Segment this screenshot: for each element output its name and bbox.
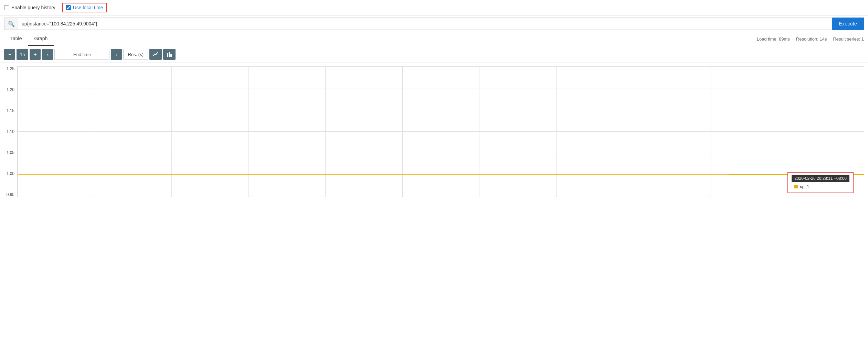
chart-area: 1.25 1.20 1.15 1.10 1.05 1.00 0.95 [0, 63, 868, 200]
controls-row: − 1h + ‹ › Res. (s) [0, 46, 868, 63]
svg-rect-1 [169, 52, 170, 57]
resolution-button[interactable]: Res. (s) [123, 49, 148, 60]
search-row: 🔍 Execute [0, 15, 868, 32]
svg-rect-0 [167, 53, 168, 57]
top-bar: Enable query history Use local time [0, 0, 868, 15]
line-chart-icon [152, 51, 159, 57]
bar-chart-button[interactable] [163, 49, 176, 60]
enable-query-history-text: Enable query history [11, 5, 55, 10]
resolution: Resolution: 14s [796, 36, 827, 42]
execute-button[interactable]: Execute [832, 18, 864, 30]
enable-query-history-label[interactable]: Enable query history [4, 5, 55, 10]
search-icon: 🔍 [4, 18, 18, 30]
load-time: Load time: 89ms [757, 36, 790, 42]
prev-time-button[interactable]: ‹ [42, 49, 53, 60]
tab-graph[interactable]: Graph [28, 32, 54, 46]
data-line-svg [18, 66, 864, 197]
tooltip-box: 2020-02-26 20:28:11 +08:00 up: 1 [787, 172, 854, 193]
query-input[interactable] [18, 18, 832, 30]
increase-duration-button[interactable]: + [30, 49, 41, 60]
svg-rect-2 [170, 54, 172, 57]
tabs: Table Graph [4, 32, 54, 46]
use-local-time-wrapper: Use local time [62, 3, 107, 12]
tabs-row: Table Graph Load time: 89ms Resolution: … [0, 32, 868, 46]
metric-line [18, 174, 864, 175]
y-label-2: 1.15 [0, 108, 14, 113]
decrease-duration-button[interactable]: − [4, 49, 15, 60]
y-label-0: 1.25 [0, 66, 14, 71]
y-axis: 1.25 1.20 1.15 1.10 1.05 1.00 0.95 [0, 63, 17, 200]
y-label-4: 1.05 [0, 150, 14, 155]
use-local-time-checkbox[interactable] [66, 5, 71, 10]
duration-label-button[interactable]: 1h [17, 49, 28, 60]
tab-table[interactable]: Table [4, 32, 28, 46]
tooltip-timestamp: 2020-02-26 20:28:11 +08:00 [792, 175, 849, 182]
tooltip-dot [794, 185, 798, 188]
tab-meta: Load time: 89ms Resolution: 14s Result s… [757, 36, 864, 42]
use-local-time-label: Use local time [73, 5, 103, 10]
end-time-input[interactable] [54, 49, 109, 60]
y-label-3: 1.10 [0, 129, 14, 134]
tooltip-value: up: 1 [792, 183, 849, 190]
y-label-6: 0.95 [0, 192, 14, 197]
y-label-5: 1.00 [0, 171, 14, 176]
chart-inner: 2020-02-26 20:28:11 +08:00 up: 1 [17, 66, 864, 197]
next-time-button[interactable]: › [111, 49, 122, 60]
y-label-1: 1.20 [0, 87, 14, 92]
line-chart-button[interactable] [149, 49, 162, 60]
bar-chart-icon [166, 51, 172, 57]
tooltip-value-text: up: 1 [800, 184, 809, 189]
result-series: Result series: 1 [833, 36, 864, 42]
enable-query-history-checkbox[interactable] [4, 5, 9, 10]
